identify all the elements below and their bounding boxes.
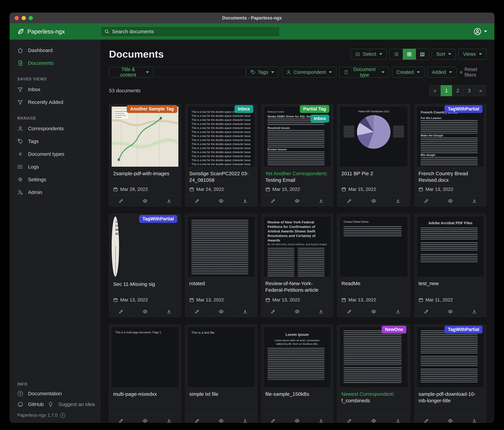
- view-document-button[interactable]: [438, 306, 462, 317]
- document-card[interactable]: This is a multi page document. Page 1. m…: [109, 324, 181, 423]
- sidebar-item-document-types[interactable]: # Document types: [9, 148, 101, 160]
- sidebar-item-tags[interactable]: Tags: [9, 135, 101, 148]
- document-title[interactable]: Sec 11-Missing sig: [109, 277, 181, 294]
- download-document-button[interactable]: [462, 306, 486, 317]
- download-document-button[interactable]: [462, 415, 486, 423]
- sidebar-item-logs[interactable]: Logs: [9, 160, 101, 173]
- document-title[interactable]: French Country Bread Revised.docx: [414, 167, 486, 184]
- created-filter-button[interactable]: Created: [392, 67, 424, 77]
- view-document-button[interactable]: [285, 196, 309, 206]
- download-document-button[interactable]: [386, 306, 410, 317]
- view-document-button[interactable]: [209, 415, 233, 423]
- document-card[interactable]: This is a test file. simple txt file: [185, 324, 257, 423]
- views-button[interactable]: Views: [459, 49, 486, 60]
- view-details-button[interactable]: [416, 49, 429, 60]
- view-document-button[interactable]: [285, 306, 309, 317]
- sidebar-item-settings[interactable]: ⚙ Settings: [9, 173, 101, 186]
- download-document-button[interactable]: [309, 415, 333, 423]
- edit-document-button[interactable]: [185, 196, 209, 206]
- title-content-input[interactable]: [153, 67, 246, 77]
- download-document-button[interactable]: [386, 415, 410, 423]
- edit-document-button[interactable]: [185, 415, 209, 423]
- document-card[interactable]: Adobe Acrobat PDF Files test_new Mar 11,…: [414, 214, 486, 317]
- sidebar-item-documents[interactable]: Documents: [9, 57, 101, 69]
- sidebar-item-github[interactable]: GitHub: [9, 399, 44, 410]
- edit-document-button[interactable]: [414, 306, 438, 317]
- document-title[interactable]: Newest Correspondent: f_combineds: [337, 387, 410, 404]
- download-document-button[interactable]: [462, 196, 486, 206]
- view-document-button[interactable]: [133, 196, 157, 206]
- user-menu[interactable]: [474, 28, 487, 35]
- document-card[interactable]: Another Sample Tag 2sample-pdf-with-imag…: [109, 104, 181, 206]
- tag-badge[interactable]: TagWithPartial: [444, 105, 483, 113]
- document-title[interactable]: rotated: [185, 277, 257, 294]
- document-card[interactable]: Contact Sheet Demo ReadMe Mar 13, 2022: [337, 214, 410, 317]
- tag-badge[interactable]: TagWithPartial: [139, 215, 177, 223]
- sidebar-item-suggest-idea[interactable]: Suggest an idea: [44, 399, 95, 410]
- document-title[interactable]: sample-pdf-download-10-mb-longer-title: [414, 387, 486, 404]
- search-input[interactable]: [112, 29, 276, 34]
- select-button[interactable]: Select: [351, 49, 387, 60]
- edit-document-button[interactable]: [261, 306, 285, 317]
- view-document-button[interactable]: [209, 196, 233, 206]
- document-card[interactable]: French Country BreadFor the Leaven:Make …: [414, 104, 486, 206]
- tag-badge[interactable]: TagWithPartial: [444, 326, 483, 334]
- document-card[interactable]: Lorem ipsumLorem ipsum dolor sit amet, c…: [261, 324, 333, 423]
- download-document-button[interactable]: [309, 196, 333, 206]
- tags-filter-button[interactable]: Tags: [246, 67, 279, 77]
- edit-document-button[interactable]: [261, 415, 285, 423]
- document-title[interactable]: ReadMe: [337, 277, 410, 294]
- info-icon[interactable]: i: [60, 413, 65, 418]
- document-correspondent[interactable]: Newest Correspondent: [341, 391, 393, 397]
- document-card[interactable]: Release NotesSimba ODBC Driver for SQL S…: [261, 104, 333, 206]
- correspondent-filter-button[interactable]: Correspondent: [282, 67, 336, 77]
- view-document-button[interactable]: [438, 196, 462, 206]
- tag-badge[interactable]: Inbox: [311, 115, 329, 122]
- tag-badge[interactable]: Partial Tag: [300, 105, 329, 113]
- view-document-button[interactable]: [285, 415, 309, 423]
- download-document-button[interactable]: [233, 196, 257, 206]
- edit-document-button[interactable]: [414, 415, 438, 423]
- view-document-button[interactable]: [361, 415, 386, 423]
- document-card[interactable]: TagWithPartial sample-pdf-download-10-mb…: [414, 324, 486, 423]
- document-correspondent[interactable]: Yet Another Correspondent: [265, 171, 326, 176]
- document-title[interactable]: 2011 BP Pie 2: [337, 167, 410, 184]
- edit-document-button[interactable]: [185, 306, 209, 317]
- download-document-button[interactable]: [157, 306, 181, 317]
- pagination-page-button[interactable]: 1: [441, 85, 452, 96]
- view-document-button[interactable]: [361, 306, 386, 317]
- edit-document-button[interactable]: [109, 306, 133, 317]
- edit-document-button[interactable]: [414, 196, 438, 206]
- brand[interactable]: Paperless-ngx: [17, 28, 101, 35]
- document-card[interactable]: Patient BP Distribution 2011 2011 BP Pie…: [337, 104, 410, 206]
- download-document-button[interactable]: [233, 415, 257, 423]
- edit-document-button[interactable]: [109, 415, 133, 423]
- document-title[interactable]: 2sample-pdf-with-images: [109, 167, 181, 184]
- view-document-button[interactable]: [133, 306, 157, 317]
- document-title[interactable]: test_new: [414, 277, 486, 294]
- document-card[interactable]: 11. CONTINUING MEDICAL EDUCA TagWithPart…: [109, 214, 181, 317]
- sidebar-item-correspondents[interactable]: Correspondents: [9, 122, 101, 135]
- document-title[interactable]: file-sample_150kBs: [261, 387, 333, 404]
- document-type-filter-button[interactable]: Document type: [339, 67, 389, 77]
- edit-document-button[interactable]: [337, 196, 361, 206]
- document-card[interactable]: rotated Mar 13, 2022: [185, 214, 257, 317]
- view-document-button[interactable]: [361, 196, 386, 206]
- sort-button[interactable]: Sort: [432, 49, 456, 60]
- download-document-button[interactable]: [157, 196, 181, 206]
- document-title[interactable]: Yet Another Correspondent: Testing Email: [261, 167, 333, 184]
- download-document-button[interactable]: [233, 306, 257, 317]
- view-document-button[interactable]: [209, 306, 233, 317]
- search-bar[interactable]: [101, 26, 280, 37]
- edit-document-button[interactable]: [337, 415, 361, 423]
- tag-badge[interactable]: NewOne: [382, 326, 406, 334]
- tag-badge[interactable]: Another Sample Tag: [127, 105, 177, 113]
- edit-document-button[interactable]: [109, 196, 133, 206]
- sidebar-item-dashboard[interactable]: Dashboard: [9, 44, 101, 57]
- download-document-button[interactable]: [309, 306, 333, 317]
- edit-document-button[interactable]: [261, 196, 285, 206]
- document-card[interactable]: Review of New York Federal Petitions for…: [261, 214, 333, 317]
- pagination-next-button[interactable]: »: [475, 85, 486, 96]
- sidebar-item-inbox[interactable]: Inbox: [9, 83, 101, 96]
- pagination-page-button[interactable]: 2: [452, 85, 464, 96]
